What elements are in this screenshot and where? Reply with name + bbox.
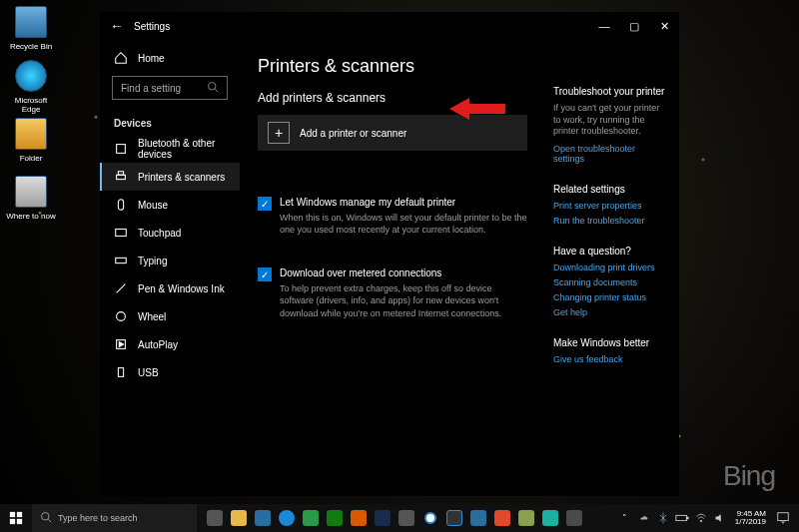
svg-rect-17 [686,517,688,519]
sidebar-item-bluetooth[interactable]: Bluetooth & other devices [100,135,240,163]
edge-icon [15,60,47,92]
checkbox-label: Download over metered connections [280,267,527,278]
document-icon [15,176,47,208]
close-button[interactable]: ✕ [649,12,679,40]
taskbar-app-store[interactable] [251,504,275,532]
taskbar-app-misc4[interactable] [538,504,562,532]
rp-link-troubleshooter-settings[interactable]: Open troubleshooter settings [553,144,665,164]
svg-rect-1 [117,145,126,154]
sidebar-category-header: Devices [100,110,240,135]
desktop-icon-recycle-bin[interactable]: Recycle Bin [6,6,56,51]
rp-link-feedback[interactable]: Give us feedback [553,354,665,364]
rp-heading-question: Have a question? [553,246,665,257]
svg-point-18 [700,520,702,522]
checkbox-default-printer[interactable]: ✓ [258,197,272,211]
desktop-icon-label: Recycle Bin [10,42,52,51]
rp-link-get-help[interactable]: Get help [553,307,665,317]
sidebar-item-label: Pen & Windows Ink [138,283,225,294]
taskbar-task-view[interactable] [203,504,227,532]
sidebar-search-input[interactable]: Find a setting [112,76,228,100]
keyboard-icon [114,254,128,267]
taskbar: Type here to search ˄ 9:45 AM 1/7/2019 [0,504,799,532]
home-icon [114,51,128,65]
desktop-icon-where[interactable]: Where to now [6,176,56,221]
svg-rect-5 [116,230,127,237]
sidebar-item-pen[interactable]: Pen & Windows Ink [100,274,240,302]
checkbox-row-metered: ✓ Download over metered connections To h… [258,267,527,318]
back-button[interactable]: ← [100,12,134,40]
sidebar-item-label: Printers & scanners [138,172,225,183]
sidebar-item-mouse[interactable]: Mouse [100,191,240,219]
taskbar-app-cortana[interactable] [418,504,442,532]
sidebar-item-touchpad[interactable]: Touchpad [100,219,240,247]
folder-icon [15,118,47,150]
rp-heading-related: Related settings [553,184,665,195]
taskbar-app-orange[interactable] [347,504,371,532]
titlebar: ← Settings — ▢ ✕ [100,12,679,40]
add-printer-label: Add a printer or scanner [300,128,406,139]
taskbar-search-placeholder: Type here to search [58,513,138,523]
taskbar-clock[interactable]: 9:45 AM 1/7/2019 [735,510,766,526]
desktop-icon-folder[interactable]: Folder [6,118,56,163]
checkbox-metered[interactable]: ✓ [258,267,272,281]
tray-bluetooth-icon[interactable] [655,510,671,526]
recycle-bin-icon [15,6,47,38]
svg-rect-3 [118,172,123,176]
sidebar: Home Find a setting Devices Bluetooth & … [100,40,240,496]
taskbar-pinned-apps [203,504,586,532]
desktop-icon-label: Where to now [6,212,55,221]
taskbar-app-darkblue[interactable] [371,504,395,532]
add-printer-button[interactable]: + Add a printer or scanner [258,115,527,151]
taskbar-app-misc2[interactable] [490,504,514,532]
taskbar-search-input[interactable]: Type here to search [32,504,197,532]
taskbar-app-misc5[interactable] [562,504,586,532]
sidebar-item-printers[interactable]: Printers & scanners [100,163,240,191]
tray-onedrive-icon[interactable] [636,510,652,526]
tray-battery-icon[interactable] [674,510,690,526]
desktop-icon-edge[interactable]: Microsoft Edge [6,60,56,114]
rp-link-printer-status[interactable]: Changing printer status [553,292,665,302]
sidebar-home[interactable]: Home [100,44,240,72]
sidebar-item-autoplay[interactable]: AutoPlay [100,330,240,358]
taskbar-app-grey[interactable] [395,504,418,532]
taskbar-app-explorer[interactable] [227,504,251,532]
taskbar-app-settings[interactable] [442,504,466,532]
sidebar-item-typing[interactable]: Typing [100,247,240,274]
sidebar-item-label: Mouse [138,200,168,211]
rp-link-run-troubleshooter[interactable]: Run the troubleshooter [553,216,665,226]
minimize-button[interactable]: — [589,12,619,40]
window-title: Settings [134,21,170,32]
svg-point-15 [42,513,50,521]
taskbar-app-misc3[interactable] [514,504,538,532]
maximize-button[interactable]: ▢ [619,12,649,40]
svg-rect-14 [17,519,22,524]
search-icon [40,511,52,525]
taskbar-app-edge[interactable] [275,504,299,532]
svg-rect-16 [676,515,687,520]
checkbox-label: Let Windows manage my default printer [280,197,527,208]
system-tray: ˄ 9:45 AM 1/7/2019 [617,508,799,528]
tray-chevron-up-icon[interactable]: ˄ [617,510,633,526]
start-button[interactable] [0,511,32,525]
tray-volume-icon[interactable] [712,510,728,526]
svg-rect-4 [118,200,123,211]
desktop-icon-label: Folder [20,154,43,163]
rp-heading-feedback: Make Windows better [553,337,665,348]
rp-text-troubleshoot: If you can't get your printer to work, t… [553,103,665,138]
sidebar-item-label: AutoPlay [138,339,178,350]
rp-link-print-server[interactable]: Print server properties [553,201,665,211]
svg-point-0 [209,83,217,91]
rp-link-download-drivers[interactable]: Downloading print drivers [553,263,665,272]
tray-wifi-icon[interactable] [693,510,709,526]
sidebar-item-usb[interactable]: USB [100,358,240,386]
plus-icon: + [268,122,290,144]
action-center-button[interactable] [773,508,793,528]
taskbar-app-green[interactable] [299,504,323,532]
taskbar-app-xbox[interactable] [323,504,347,532]
taskbar-app-misc1[interactable] [466,504,490,532]
rp-link-scanning[interactable]: Scanning documents [553,277,665,287]
svg-point-7 [117,312,126,321]
sidebar-item-wheel[interactable]: Wheel [100,302,240,330]
sidebar-home-label: Home [138,53,165,64]
main-content: Printers & scanners Add printers & scann… [240,40,545,496]
